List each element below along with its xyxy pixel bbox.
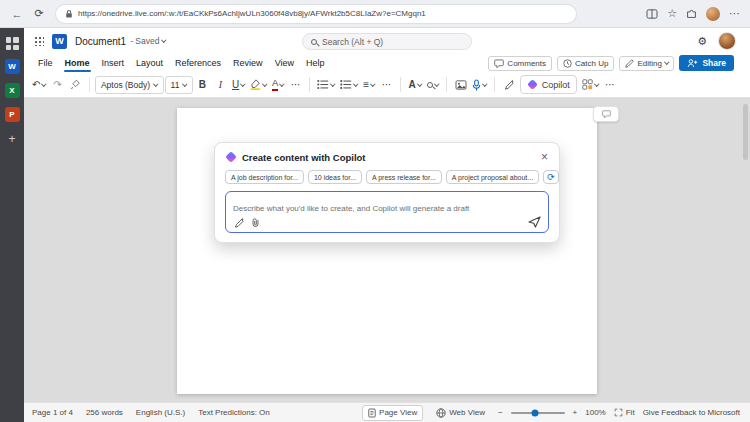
fit-label: Fit [626, 408, 635, 417]
web-view-button[interactable]: Web View [431, 406, 490, 420]
designer-button[interactable] [580, 75, 601, 94]
web-view-globe-icon [436, 408, 446, 418]
word-online-window: ← ⟳ https://onedrive.live.com/:w:/t/EaCK… [0, 0, 750, 422]
header-actions: ⚙ [697, 32, 740, 50]
bullet-list-button[interactable] [315, 75, 337, 94]
styles-button[interactable]: A [406, 75, 423, 94]
insert-picture-button[interactable] [452, 75, 469, 94]
menu-file[interactable]: File [32, 56, 59, 71]
share-button[interactable]: Share [679, 55, 734, 71]
menu-help[interactable]: Help [300, 56, 331, 71]
browser-refresh-button[interactable]: ⟳ [32, 7, 46, 20]
menu-references[interactable]: References [169, 56, 227, 71]
sidebar-add-button[interactable]: + [8, 133, 15, 145]
editor-button[interactable] [500, 75, 517, 94]
chevron-down-icon [434, 81, 439, 86]
menu-insert[interactable]: Insert [96, 56, 131, 71]
search-input[interactable]: Search (Alt + Q) [302, 33, 472, 50]
underline-button[interactable]: U [230, 75, 247, 94]
format-painter-button[interactable] [67, 75, 84, 94]
redo-button[interactable]: ↷ [49, 75, 66, 94]
font-name-select[interactable]: Aptos (Body) [95, 76, 164, 94]
zoom-in-button[interactable]: + [573, 408, 578, 417]
text-predictions[interactable]: Text Predictions: On [198, 408, 270, 417]
browser-address-bar[interactable]: https://onedrive.live.com/:w:/t/EaCKkPs6… [56, 5, 576, 23]
editing-mode-button[interactable]: Editing [619, 56, 674, 71]
feedback-link[interactable]: Give Feedback to Microsoft [643, 408, 740, 417]
menu-review[interactable]: Review [227, 56, 269, 71]
attach-paperclip-icon[interactable] [251, 217, 260, 228]
copilot-dialog: Create content with Copilot × A job desc… [214, 142, 560, 243]
document-title-text: Document1 [75, 36, 126, 47]
suggestion-chip-press-release[interactable]: A press release for... [366, 170, 442, 184]
word-app-header: W Document1 - Saved Search (Alt + Q) ⚙ [24, 28, 750, 54]
fit-button[interactable]: Fit [614, 408, 635, 417]
favorites-star-icon[interactable]: ☆ [667, 7, 677, 20]
pencil-icon [625, 59, 634, 68]
document-title[interactable]: Document1 - Saved [75, 36, 166, 47]
page-view-button[interactable]: Page View [362, 405, 423, 421]
copilot-button[interactable]: Copilot [520, 75, 577, 94]
search-placeholder: Search (Alt + Q) [322, 37, 383, 47]
suggestion-chip-project-proposal[interactable]: A project proposal about... [446, 170, 539, 184]
page-count[interactable]: Page 1 of 4 [32, 408, 73, 417]
underline-glyph: U [232, 79, 239, 90]
suggestion-chip-job-description[interactable]: A job description for... [225, 170, 304, 184]
browser-more-icon[interactable]: ⋯ [729, 7, 740, 20]
align-button[interactable]: ≡ [360, 75, 377, 94]
compose-pen-icon[interactable] [233, 217, 244, 228]
zoom-percent[interactable]: 100% [585, 408, 605, 417]
font-more-button[interactable]: ⋯ [287, 75, 304, 94]
edge-app-sidebar: W X P + [0, 28, 24, 422]
find-magnifier-icon [427, 82, 433, 88]
chevron-down-icon [280, 81, 285, 86]
font-size-select[interactable]: 11 [165, 76, 193, 94]
menu-view[interactable]: View [269, 56, 300, 71]
send-button[interactable] [528, 216, 541, 228]
extensions-puzzle-icon[interactable] [686, 8, 697, 19]
menu-home[interactable]: Home [59, 56, 96, 71]
highlight-button[interactable] [248, 75, 269, 94]
app-launcher-waffle-icon[interactable] [34, 36, 44, 46]
language[interactable]: English (U.S.) [136, 408, 185, 417]
italic-button[interactable]: I [212, 75, 229, 94]
zoom-out-button[interactable]: − [498, 408, 503, 417]
undo-button[interactable]: ↶ [30, 75, 48, 94]
sidebar-app-excel[interactable]: X [5, 83, 20, 98]
sidebar-app-microsoft365[interactable] [6, 37, 19, 50]
copilot-dialog-header: Create content with Copilot × [225, 151, 549, 163]
zoom-slider-thumb[interactable] [531, 409, 538, 416]
find-button[interactable] [424, 75, 441, 94]
split-screen-icon[interactable] [646, 9, 658, 19]
catch-up-button[interactable]: Catch Up [557, 56, 614, 71]
copilot-prompt-input[interactable] [233, 204, 541, 213]
comments-button[interactable]: Comments [488, 56, 552, 71]
close-icon[interactable]: × [540, 151, 549, 163]
bold-button[interactable]: B [194, 75, 211, 94]
vertical-scrollbar[interactable] [743, 104, 748, 160]
page-comment-button[interactable] [593, 106, 619, 122]
ribbon-separator [446, 77, 447, 92]
suggestion-chip-ideas[interactable]: 10 ideas for... [308, 170, 362, 184]
account-avatar[interactable] [718, 32, 736, 50]
refresh-suggestions-button[interactable]: ⟳ [543, 170, 559, 184]
numbered-list-button[interactable] [338, 75, 360, 94]
ribbon-more-button[interactable]: ⋯ [601, 75, 618, 94]
font-color-button[interactable]: A [269, 75, 286, 94]
styles-glyph: A [408, 79, 415, 90]
copilot-prompt-box[interactable] [225, 191, 549, 233]
chevron-down-icon [240, 81, 245, 86]
paragraph-more-button[interactable]: ⋯ [378, 75, 395, 94]
word-count[interactable]: 256 words [86, 408, 123, 417]
settings-gear-icon[interactable]: ⚙ [697, 36, 707, 47]
menu-layout[interactable]: Layout [130, 56, 169, 71]
word-logo[interactable]: W [52, 34, 67, 49]
sidebar-app-powerpoint[interactable]: P [5, 107, 20, 122]
sidebar-app-word[interactable]: W [5, 59, 20, 74]
browser-profile-avatar[interactable] [706, 7, 720, 21]
dictate-button[interactable] [470, 75, 489, 94]
browser-back-button[interactable]: ← [10, 8, 24, 20]
chevron-down-icon [664, 60, 669, 65]
zoom-slider[interactable] [511, 412, 565, 414]
browser-toolbar: ← ⟳ https://onedrive.live.com/:w:/t/EaCK… [0, 0, 750, 28]
